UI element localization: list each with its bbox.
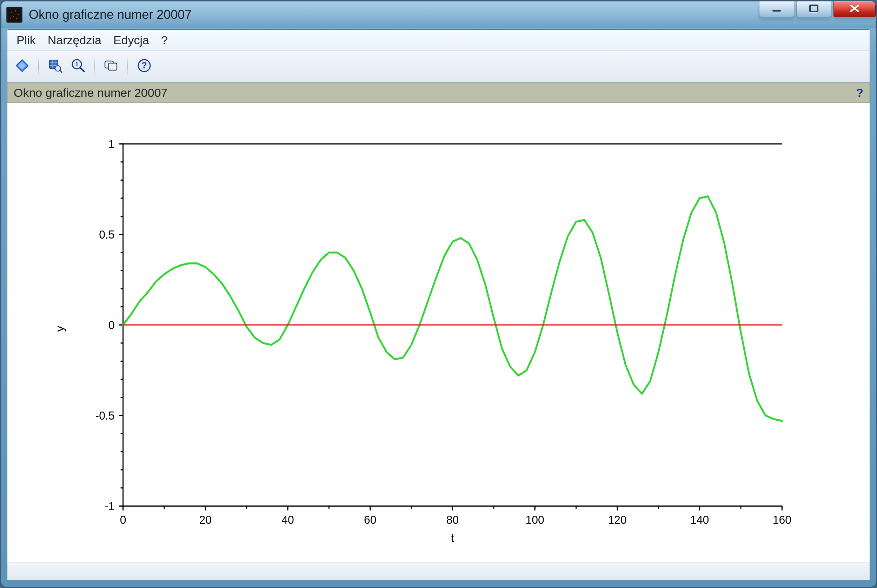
svg-text:60: 60 [364, 513, 377, 526]
svg-text:?: ? [141, 60, 147, 70]
toolbar: 1 [8, 51, 869, 82]
menubar: Plik Narzędzia Edycja ? [8, 30, 869, 51]
svg-text:0.5: 0.5 [99, 228, 114, 241]
minimize-button[interactable] [759, 2, 794, 17]
svg-line-17 [60, 70, 62, 72]
client-area: Plik Narzędzia Edycja ? [7, 30, 870, 580]
help-icon: ? [137, 58, 152, 74]
maximize-icon [807, 3, 821, 15]
maximize-button[interactable] [796, 2, 831, 17]
window-title: Okno graficzne numer 20007 [29, 8, 872, 22]
svg-text:100: 100 [526, 513, 544, 526]
svg-text:-1: -1 [105, 499, 114, 513]
zoom-grid-icon [48, 58, 63, 74]
copy-icon [104, 58, 119, 74]
svg-rect-22 [108, 63, 117, 70]
svg-text:t: t [451, 531, 454, 544]
glass-frame: Plik Narzędzia Edycja ? [7, 30, 870, 580]
svg-text:1: 1 [108, 137, 115, 150]
svg-point-3 [18, 14, 19, 15]
rotate-icon [15, 58, 30, 74]
svg-text:140: 140 [690, 513, 709, 526]
svg-text:0: 0 [120, 513, 126, 526]
svg-point-6 [16, 18, 18, 19]
minimize-icon [770, 3, 784, 15]
svg-point-1 [11, 12, 12, 13]
toolbar-zoom-reset-button[interactable]: 1 [69, 57, 87, 75]
svg-point-4 [13, 16, 14, 17]
svg-rect-8 [810, 5, 818, 12]
svg-text:1: 1 [75, 62, 79, 68]
svg-text:160: 160 [773, 513, 791, 526]
zoom-one-icon: 1 [71, 58, 86, 74]
menu-tools[interactable]: Narzędzia [42, 31, 107, 49]
svg-text:40: 40 [281, 513, 294, 526]
close-icon [847, 3, 862, 15]
toolbar-help-button[interactable]: ? [135, 57, 153, 75]
app-icon-scilab [6, 7, 23, 23]
menu-edit[interactable]: Edycja [108, 31, 155, 49]
chart-svg: 020406080100120140160-1-0.500.51ty [8, 103, 869, 562]
svg-rect-7 [772, 10, 781, 12]
svg-point-5 [10, 18, 11, 19]
toolbar-separator [38, 57, 39, 76]
svg-text:120: 120 [608, 513, 626, 526]
toolbar-separator [95, 57, 95, 76]
svg-point-2 [15, 10, 16, 12]
toolbar-rotate-button[interactable] [13, 57, 31, 75]
close-button[interactable] [833, 2, 875, 17]
svg-text:-0.5: -0.5 [95, 409, 115, 422]
chart-area[interactable]: 020406080100120140160-1-0.500.51ty [8, 103, 869, 562]
menu-help[interactable]: ? [155, 31, 173, 49]
svg-text:20: 20 [199, 513, 212, 526]
toolbar-copy-button[interactable] [102, 57, 120, 75]
infobar-title: Okno graficzne numer 20007 [14, 86, 167, 100]
svg-line-20 [80, 68, 84, 72]
menu-file[interactable]: Plik [11, 31, 41, 49]
toolbar-separator [128, 57, 128, 76]
titlebar[interactable]: Okno graficzne numer 20007 [2, 2, 875, 28]
svg-text:80: 80 [446, 513, 459, 526]
toolbar-zoom-area-button[interactable] [46, 57, 64, 75]
svg-text:0: 0 [108, 318, 115, 332]
window-frame: Okno graficzne numer 20007 Plik [0, 0, 877, 588]
statusbar [8, 562, 869, 580]
infobar: Okno graficzne numer 20007 ? [8, 82, 869, 103]
window-controls [759, 2, 875, 28]
svg-text:y: y [53, 326, 66, 332]
infobar-help-button[interactable]: ? [856, 86, 863, 100]
